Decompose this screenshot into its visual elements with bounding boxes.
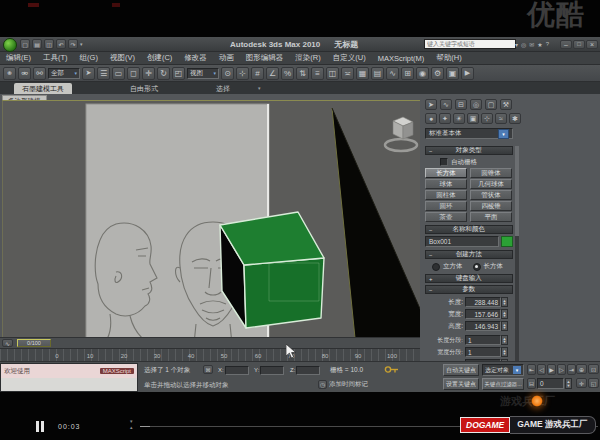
- material-editor-icon[interactable]: ◉: [416, 67, 429, 80]
- autogrid-checkbox[interactable]: 自动栅格: [440, 158, 477, 166]
- dark-plane-object[interactable]: [332, 108, 421, 338]
- app-logo[interactable]: [3, 38, 17, 52]
- coord-z-field[interactable]: [296, 366, 320, 375]
- rollout-parameters[interactable]: −参数: [425, 285, 513, 294]
- autokey-button[interactable]: 自动关键点: [443, 364, 479, 376]
- select-by-name-icon[interactable]: ☰: [97, 67, 110, 80]
- length-segs-field[interactable]: 1: [465, 335, 501, 345]
- button-geosphere[interactable]: 几何球体: [470, 179, 512, 189]
- width-segs-spinner[interactable]: ▲▼: [501, 347, 508, 357]
- rollout-keyboard-entry[interactable]: +键盘输入: [425, 274, 513, 283]
- rectangular-region-icon[interactable]: ▭: [112, 67, 125, 80]
- tab-graphite-modeling[interactable]: 石墨建模工具: [14, 83, 72, 94]
- open-file-icon[interactable]: ▤: [32, 39, 42, 49]
- use-center-icon[interactable]: ⊙: [221, 67, 234, 80]
- lights-category-icon[interactable]: ☀: [453, 113, 465, 124]
- window-crossing-icon[interactable]: ◻: [127, 67, 140, 80]
- select-move-icon[interactable]: ✛: [142, 67, 155, 80]
- time-slider-handle[interactable]: 0/100: [17, 339, 51, 347]
- length-segs-spinner[interactable]: ▲▼: [501, 335, 508, 345]
- viewcube[interactable]: [385, 117, 417, 151]
- selected-filter-dropdown[interactable]: 选定对象 ▾: [482, 364, 524, 376]
- radio-box[interactable]: 长方体: [473, 262, 504, 271]
- rollout-object-type[interactable]: −对象类型: [425, 146, 513, 155]
- button-pyramid[interactable]: 四棱锥: [470, 201, 512, 211]
- infocenter-search-input[interactable]: [424, 39, 516, 49]
- object-name-field[interactable]: Box001: [425, 236, 499, 247]
- close-button[interactable]: ×: [586, 40, 598, 49]
- create-tab-icon[interactable]: ➤: [425, 99, 437, 110]
- select-manipulate-icon[interactable]: ⊹: [236, 67, 249, 80]
- key-filters-button[interactable]: 关键点过滤器...: [482, 378, 524, 390]
- selection-filter-dropdown[interactable]: 全部▾: [48, 68, 80, 79]
- layer-manager-icon[interactable]: ▦: [356, 67, 369, 80]
- go-to-end-icon[interactable]: ⇥: [567, 364, 576, 375]
- next-frame-icon[interactable]: ▷: [557, 364, 566, 375]
- key-mode-icon[interactable]: ⊟: [527, 378, 536, 389]
- menu-group[interactable]: 组(G): [74, 53, 104, 63]
- green-box-object[interactable]: [220, 212, 324, 328]
- cameras-category-icon[interactable]: ▣: [467, 113, 479, 124]
- named-selection-icon[interactable]: ≡: [311, 67, 324, 80]
- button-plane[interactable]: 平面: [470, 212, 512, 222]
- menu-animation[interactable]: 动画: [213, 53, 240, 63]
- track-bar[interactable]: 0 10 20 30 40 50 60 70 80 90 100: [0, 348, 420, 362]
- rollout-creation-method[interactable]: −创建方法: [425, 250, 513, 259]
- current-frame-field[interactable]: 0: [537, 378, 564, 389]
- maxscript-listener-pane[interactable]: [1, 378, 137, 391]
- tab-selection[interactable]: 选择: [208, 83, 238, 94]
- systems-category-icon[interactable]: ✱: [509, 113, 521, 124]
- zoom-extents-icon[interactable]: ⊡: [588, 364, 599, 374]
- search-icon[interactable]: ◎: [521, 41, 526, 48]
- button-teapot[interactable]: 茶壶: [425, 212, 467, 222]
- geometry-category-icon[interactable]: ●: [425, 113, 437, 124]
- length-field[interactable]: 288.448: [465, 297, 501, 307]
- hierarchy-tab-icon[interactable]: ⊟: [455, 99, 467, 110]
- coord-y-field[interactable]: [260, 366, 284, 375]
- search-go-icon[interactable]: ▾: [515, 41, 518, 48]
- height-spinner[interactable]: ▲▼: [501, 321, 508, 331]
- bind-to-spacewarp-icon[interactable]: ⚯: [33, 67, 46, 80]
- helpers-category-icon[interactable]: ⊹: [481, 113, 493, 124]
- length-spinner[interactable]: ▲▼: [501, 297, 508, 307]
- schematic-view-icon[interactable]: ⊞: [401, 67, 414, 80]
- unlink-selection-icon[interactable]: ⚮: [18, 67, 31, 80]
- play-icon[interactable]: ▶: [547, 364, 556, 375]
- menu-views[interactable]: 视图(V): [104, 53, 141, 63]
- frame-spinner[interactable]: ▲▼: [565, 378, 572, 389]
- add-time-tag[interactable]: ◷ 添加时间标记: [318, 379, 368, 389]
- tab-freeform[interactable]: 自由形式: [122, 83, 166, 94]
- object-color-swatch[interactable]: [501, 236, 513, 247]
- motion-tab-icon[interactable]: ◎: [470, 99, 482, 110]
- select-rotate-icon[interactable]: ↻: [157, 67, 170, 80]
- utilities-tab-icon[interactable]: ⚒: [500, 99, 512, 110]
- perspective-viewport[interactable]: [2, 100, 421, 338]
- pause-button[interactable]: [36, 421, 45, 432]
- snap-toggle-icon[interactable]: #: [251, 67, 264, 80]
- minimize-button[interactable]: –: [560, 40, 572, 49]
- width-field[interactable]: 157.646: [465, 309, 501, 319]
- button-torus[interactable]: 圆环: [425, 201, 467, 211]
- spinner-snap-icon[interactable]: ⇅: [296, 67, 309, 80]
- percent-snap-icon[interactable]: %: [281, 67, 294, 80]
- modify-tab-icon[interactable]: ∿: [440, 99, 452, 110]
- shapes-category-icon[interactable]: ✦: [439, 113, 451, 124]
- qat-dropdown-icon[interactable]: ▾: [80, 41, 83, 47]
- zoom-icon[interactable]: ⊕: [576, 364, 587, 374]
- button-box[interactable]: 长方体: [425, 168, 467, 178]
- spacewarps-category-icon[interactable]: ≈: [495, 113, 507, 124]
- set-key-icon[interactable]: [384, 365, 400, 374]
- button-cylinder[interactable]: 圆柱体: [425, 190, 467, 200]
- help-icon[interactable]: ?: [546, 41, 549, 47]
- width-segs-field[interactable]: 1: [465, 347, 501, 357]
- communication-center-icon[interactable]: ✉: [529, 41, 534, 48]
- ribbon-toggle-icon[interactable]: ▤: [371, 67, 384, 80]
- radio-cube[interactable]: 立方体: [432, 262, 463, 271]
- menu-tools[interactable]: 工具(T): [37, 53, 74, 63]
- reference-coordinate-dropdown[interactable]: 视图▾: [187, 68, 219, 79]
- primitive-type-dropdown[interactable]: 标准基本体 ▾: [425, 128, 513, 139]
- menu-maxscript[interactable]: MAXScript(M): [372, 54, 431, 63]
- undo-icon[interactable]: ↶: [56, 39, 66, 49]
- menu-rendering[interactable]: 渲染(R): [289, 53, 326, 63]
- align-icon[interactable]: ≍: [341, 67, 354, 80]
